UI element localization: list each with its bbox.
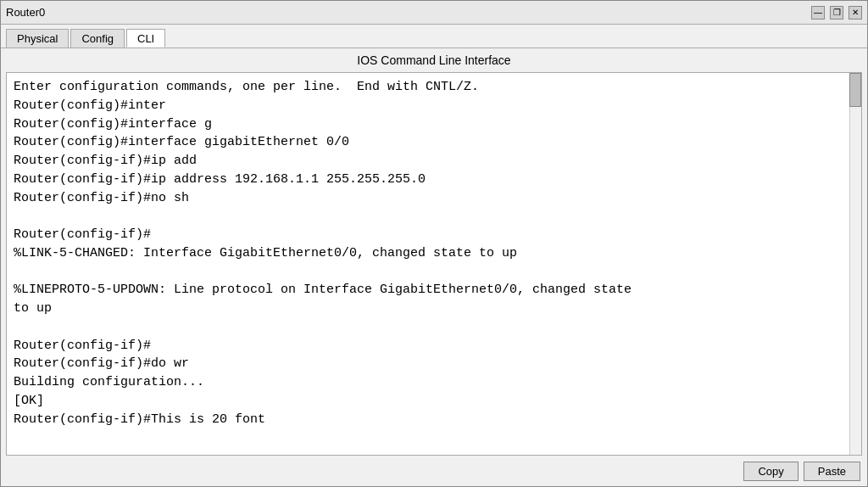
tab-config[interactable]: Config bbox=[70, 29, 125, 48]
tab-physical[interactable]: Physical bbox=[6, 29, 69, 48]
copy-button[interactable]: Copy bbox=[743, 462, 798, 481]
scrollbar-thumb[interactable] bbox=[849, 73, 861, 107]
cli-output[interactable]: Enter configuration commands, one per li… bbox=[7, 73, 861, 455]
bottom-bar: Copy Paste bbox=[1, 456, 867, 486]
tab-cli[interactable]: CLI bbox=[126, 29, 165, 48]
cli-area: Enter configuration commands, one per li… bbox=[6, 72, 862, 456]
window-controls: — ❐ ✕ bbox=[811, 6, 862, 20]
title-bar: Router0 — ❐ ✕ bbox=[1, 1, 867, 25]
minimize-button[interactable]: — bbox=[811, 6, 825, 20]
window-title: Router0 bbox=[6, 6, 45, 19]
paste-button[interactable]: Paste bbox=[804, 462, 860, 481]
main-window: Router0 — ❐ ✕ Physical Config CLI IOS Co… bbox=[0, 0, 868, 487]
panel-title: IOS Command Line Interface bbox=[1, 48, 867, 72]
maximize-button[interactable]: ❐ bbox=[830, 6, 843, 20]
tabs-bar: Physical Config CLI bbox=[1, 25, 867, 48]
scrollbar-track[interactable] bbox=[849, 73, 861, 455]
close-button[interactable]: ✕ bbox=[849, 6, 862, 20]
